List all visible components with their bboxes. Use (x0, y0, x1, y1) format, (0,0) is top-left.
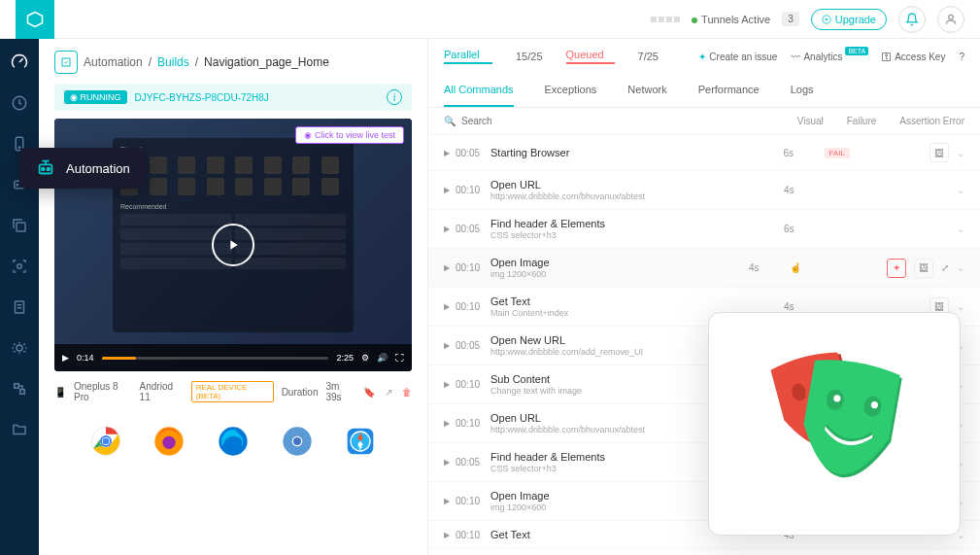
command-subtitle: img 1200×600 (490, 269, 749, 279)
svg-point-4 (18, 147, 20, 149)
chevron-down-icon[interactable]: ⌄ (957, 262, 964, 273)
play-icon[interactable]: ▶ (444, 225, 450, 233)
command-time: 00:05 (456, 148, 490, 158)
tab-network[interactable]: Network (627, 74, 666, 107)
chromium-icon[interactable] (282, 426, 313, 457)
play-icon[interactable]: ▶ (444, 302, 450, 311)
command-time: 00:10 (456, 185, 490, 195)
play-icon[interactable]: ▶ (444, 341, 450, 350)
play-icon[interactable]: ▶ (444, 497, 450, 505)
image-icon[interactable]: 🖼 (914, 259, 933, 278)
image-icon[interactable]: 🖼 (929, 143, 949, 162)
bookmark-icon[interactable]: 🔖 (363, 387, 375, 398)
progress-bar[interactable] (102, 357, 329, 360)
cursor-icon: ☝ (790, 262, 801, 273)
svg-point-1 (949, 15, 954, 19)
info-icon[interactable]: i (387, 89, 402, 105)
play-icon[interactable]: ▶ (444, 186, 450, 194)
automation-tooltip: Automation (19, 148, 146, 189)
sidebar (0, 39, 39, 555)
bug-icon[interactable]: ✦ (887, 259, 906, 278)
breadcrumb-icon[interactable] (54, 51, 78, 74)
help-icon[interactable]: ? (959, 52, 964, 62)
breadcrumb: Automation / Builds / Navigation_page_Ho… (54, 51, 412, 74)
chevron-down-icon[interactable]: ⌄ (957, 185, 964, 195)
sidebar-copy-icon[interactable] (8, 214, 31, 237)
sidebar-folder-icon[interactable] (8, 418, 31, 441)
play-icon[interactable]: ▶ (444, 263, 450, 272)
svg-point-15 (42, 168, 45, 171)
chevron-down-icon[interactable]: ⌄ (957, 224, 964, 234)
breadcrumb-root[interactable]: Automation (84, 55, 143, 69)
edge-icon[interactable] (218, 426, 249, 457)
command-title: Find header & Elements (490, 218, 784, 229)
tab-logs[interactable]: Logs (791, 74, 814, 107)
live-test-button[interactable]: ◉ Click to view live test (295, 126, 404, 144)
current-time: 0:14 (77, 353, 94, 363)
grid-icon[interactable] (651, 17, 680, 22)
svg-point-11 (17, 345, 22, 351)
fullscreen-icon[interactable]: ⛶ (395, 353, 404, 363)
play-icon[interactable]: ▶ (444, 458, 450, 467)
command-time: 00:05 (456, 457, 490, 468)
play-icon[interactable]: ▶ (444, 149, 450, 157)
sidebar-doc-icon[interactable] (8, 295, 31, 319)
tab-performance[interactable]: Performance (698, 74, 760, 107)
svg-point-6 (17, 184, 18, 186)
svg-point-29 (293, 437, 301, 445)
col-visual: Visual (797, 116, 824, 126)
tunnels-status: Tunnels Active (692, 14, 770, 25)
safari-icon[interactable] (345, 426, 376, 457)
svg-rect-8 (17, 223, 25, 231)
duration-label: Duration (282, 387, 319, 398)
breadcrumb-builds[interactable]: Builds (157, 55, 189, 69)
play-icon[interactable]: ▶ (444, 380, 450, 389)
expand-icon[interactable]: ⤢ (941, 262, 949, 273)
user-icon[interactable] (937, 6, 964, 33)
command-row[interactable]: ▶00:05Find header & ElementsCSS selector… (428, 210, 980, 249)
firefox-icon[interactable] (153, 426, 185, 457)
command-row[interactable]: ▶00:10Open Imageimg 1200×6004s☝✦🖼⤢⌄ (428, 249, 980, 288)
access-key-button[interactable]: ⚿ Access Key (882, 52, 945, 62)
tab-exceptions[interactable]: Exceptions (545, 74, 597, 107)
bell-icon[interactable] (898, 6, 926, 33)
sidebar-bug-icon[interactable] (8, 336, 31, 360)
command-title: Starting Browser (490, 147, 784, 158)
play-icon[interactable]: ▶ (444, 531, 450, 539)
delete-icon[interactable]: 🗑 (402, 387, 412, 398)
command-duration: 4s (749, 262, 778, 273)
parallel-label: Parallel (444, 49, 492, 60)
command-row[interactable]: ▶00:10Open URLhttp:www.dribbble.com/bhuv… (428, 171, 980, 210)
sidebar-history-icon[interactable] (8, 91, 31, 115)
svg-rect-12 (15, 384, 19, 389)
play-button[interactable] (212, 224, 254, 266)
command-time: 00:10 (456, 496, 490, 506)
parallel-value: 15/25 (516, 51, 543, 62)
command-row[interactable]: ▶00:05Starting Browser6sFAIL🖼⌄ (428, 135, 980, 171)
pinned-label: Pinned (120, 146, 346, 153)
play-icon[interactable]: ▶ (62, 353, 69, 363)
sidebar-dashboard-icon[interactable] (8, 51, 31, 74)
fail-badge: FAIL (825, 148, 850, 158)
queued-label: Queued (566, 49, 615, 60)
logo[interactable] (16, 0, 54, 39)
play-icon[interactable]: ▶ (444, 419, 450, 428)
command-time: 00:05 (456, 340, 490, 351)
chevron-down-icon[interactable]: ⌄ (957, 301, 964, 312)
meta-row: 📱 Oneplus 8 Pro Andriod 11 REAL DEVICE (… (54, 381, 412, 402)
share-icon[interactable]: ↗ (385, 387, 392, 398)
svg-point-23 (102, 438, 109, 445)
command-subtitle: http:www.dribbble.com/bhuvanux/abtest (490, 191, 784, 201)
upgrade-button[interactable]: Upgrade (811, 9, 887, 30)
chevron-down-icon[interactable]: ⌄ (957, 148, 964, 158)
volume-icon[interactable]: 🔊 (377, 353, 388, 363)
analytics-button[interactable]: 〰 AnalyticsBETA (791, 52, 868, 62)
tab-all-commands[interactable]: All Commands (444, 74, 514, 107)
sidebar-integrations-icon[interactable] (8, 377, 31, 400)
create-issue-button[interactable]: ✦ Create an issue (698, 52, 777, 62)
command-subtitle: CSS selector+h3 (490, 230, 784, 240)
settings-icon[interactable]: ⚙ (361, 353, 369, 363)
search-input[interactable] (461, 116, 797, 126)
sidebar-scan-icon[interactable] (8, 255, 31, 278)
chrome-icon[interactable] (90, 426, 121, 457)
